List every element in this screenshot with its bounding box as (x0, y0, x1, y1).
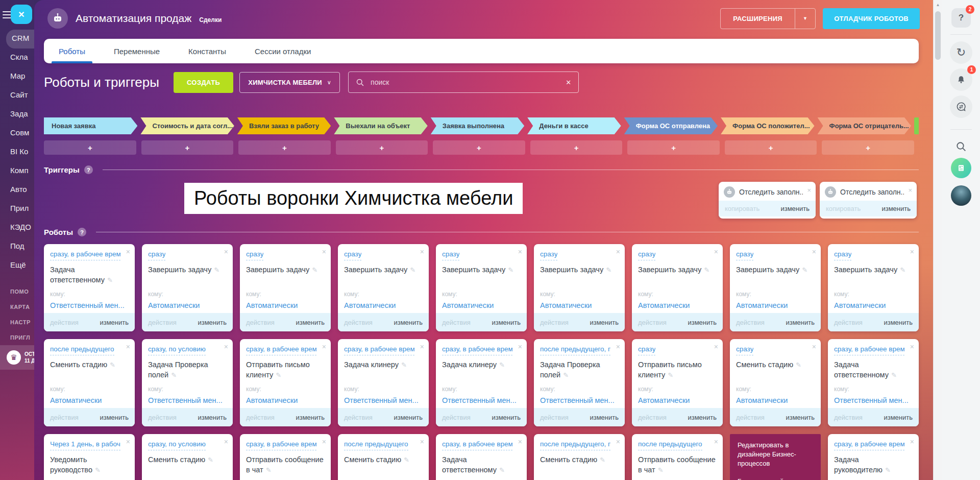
notifications-button[interactable]: 1 (950, 68, 972, 91)
sidebar-footer-item[interactable]: ПОМО (0, 284, 34, 299)
add-robot-button[interactable]: + (433, 140, 525, 155)
close-icon[interactable]: × (812, 343, 816, 351)
close-icon[interactable]: × (518, 343, 522, 351)
robot-schedule-link[interactable]: сразу, в рабочее время (834, 344, 904, 355)
robot-assignee-link[interactable]: Автоматически (148, 301, 227, 309)
subscription-badge[interactable]: ♛ ОСТ 11 Д (0, 345, 34, 370)
close-icon[interactable]: × (126, 438, 130, 446)
robot-assignee-link[interactable]: Ответственный мен... (50, 301, 129, 309)
user-avatar[interactable] (951, 185, 971, 206)
robot-schedule-link[interactable]: после предыдущего (344, 439, 408, 450)
robot-assignee-link[interactable]: Автоматически (246, 301, 325, 309)
robot-assignee-link[interactable]: Автоматически (736, 396, 815, 404)
close-icon[interactable]: × (518, 248, 522, 256)
robot-schedule-link[interactable]: сразу, в рабочее время (344, 344, 414, 355)
tab-robots[interactable]: Роботы (50, 39, 94, 63)
edit-pencil-icon[interactable]: ✎ (796, 361, 801, 369)
close-icon[interactable]: × (910, 248, 914, 256)
edit-pencil-icon[interactable]: ✎ (95, 466, 101, 474)
robot-edit-button[interactable]: изменить (590, 414, 619, 421)
robot-assignee-link[interactable]: Автоматически (638, 396, 717, 404)
funnel-stage[interactable]: Форма ОС отправлена (624, 117, 718, 134)
robot-assignee-link[interactable]: Автоматически (736, 301, 815, 309)
close-icon[interactable]: × (910, 343, 914, 351)
robot-schedule-link[interactable]: сразу (540, 249, 557, 260)
robot-edit-button[interactable]: изменить (198, 414, 227, 421)
help-button[interactable]: ? 2 (951, 8, 971, 28)
robot-assignee-link[interactable]: Автоматически (540, 301, 619, 309)
robot-actions-button[interactable]: действия (736, 414, 765, 421)
robot-edit-button[interactable]: изменить (590, 319, 619, 326)
funnel-stage[interactable]: Форма ОС положител... (721, 117, 814, 134)
robot-assignee-link[interactable]: Ответственный мен... (148, 396, 227, 404)
robot-schedule-link[interactable]: сразу, в рабочее врем... (834, 439, 904, 450)
edit-pencil-icon[interactable]: ✎ (276, 371, 281, 379)
trigger-copy-button[interactable]: копировать (725, 205, 760, 212)
robot-actions-button[interactable]: действия (344, 414, 373, 421)
robot-assignee-link[interactable]: Ответственный мен... (834, 396, 913, 404)
edit-pencil-icon[interactable]: ✎ (563, 371, 569, 379)
robot-actions-button[interactable]: действия (638, 319, 667, 326)
add-robot-button[interactable]: + (725, 140, 817, 155)
add-robot-button[interactable]: + (530, 140, 623, 155)
robot-edit-button[interactable]: изменить (786, 414, 815, 421)
sidebar-item[interactable]: CRM (6, 30, 34, 49)
robot-assignee-link[interactable]: Ответственный мен... (540, 396, 619, 404)
close-icon[interactable]: × (126, 248, 130, 256)
scroll-up-arrow[interactable]: ▲ (934, 0, 942, 9)
search-box[interactable]: ✕ (348, 71, 579, 93)
funnel-stage[interactable]: Деньги в кассе (527, 117, 621, 134)
robot-actions-button[interactable]: действия (540, 319, 569, 326)
robot-schedule-link[interactable]: после предыдущего, п... (540, 344, 610, 355)
sidebar-item[interactable]: Совм (0, 124, 34, 143)
help-question-icon[interactable]: ? (78, 228, 86, 236)
robot-edit-button[interactable]: изменить (688, 414, 717, 421)
robot-assignee-link[interactable]: Ответственный мен... (344, 396, 423, 404)
edit-pencil-icon[interactable]: ✎ (312, 266, 317, 274)
robot-edit-button[interactable]: изменить (198, 319, 227, 326)
edit-pencil-icon[interactable]: ✎ (401, 361, 407, 369)
add-robot-button[interactable]: + (336, 140, 428, 155)
edit-pencil-icon[interactable]: ✎ (606, 266, 611, 274)
trigger-copy-button[interactable]: копировать (826, 205, 861, 212)
robot-actions-button[interactable]: действия (50, 414, 79, 421)
robot-schedule-link[interactable]: сразу (736, 249, 753, 260)
robot-edit-button[interactable]: изменить (688, 319, 717, 326)
trigger-edit-button[interactable]: изменить (780, 205, 810, 212)
edit-pencil-icon[interactable]: ✎ (110, 361, 115, 369)
funnel-stage-clipped[interactable] (914, 117, 919, 134)
edit-pencil-icon[interactable]: ✎ (404, 456, 409, 464)
add-robot-button[interactable]: + (44, 140, 136, 155)
robot-schedule-link[interactable]: сразу, по условию (148, 344, 206, 355)
funnel-stage[interactable]: Заявка выполнена (431, 117, 524, 134)
robot-actions-button[interactable]: действия (246, 319, 275, 326)
trigger-edit-button[interactable]: изменить (881, 205, 911, 212)
messenger-button[interactable] (950, 95, 972, 118)
add-robot-button[interactable]: + (822, 140, 914, 155)
close-icon[interactable]: × (420, 248, 424, 256)
robot-schedule-link[interactable]: после предыдущего, п... (540, 439, 610, 450)
close-icon[interactable]: × (910, 438, 914, 446)
robot-assignee-link[interactable]: Автоматически (344, 301, 423, 309)
edit-pencil-icon[interactable]: ✎ (266, 466, 272, 474)
close-icon[interactable]: × (322, 248, 326, 256)
robot-actions-button[interactable]: действия (246, 414, 275, 421)
robot-schedule-link[interactable]: сразу (442, 249, 459, 260)
robot-assignee-link[interactable]: Автоматически (442, 301, 521, 309)
robot-assignee-link[interactable]: Автоматически (834, 301, 913, 309)
tab-debug-sessions[interactable]: Сессии отладки (246, 39, 320, 63)
sidebar-item[interactable]: Мар (0, 67, 34, 86)
close-icon[interactable]: × (714, 248, 718, 256)
close-icon[interactable]: × (616, 438, 620, 446)
clear-search-icon[interactable]: ✕ (566, 79, 571, 86)
news-feed-button[interactable] (951, 158, 971, 178)
robot-assignee-link[interactable]: Автоматически (246, 396, 325, 404)
robot-actions-button[interactable]: действия (834, 319, 863, 326)
global-search-button[interactable] (955, 140, 967, 153)
create-button[interactable]: СОЗДАТЬ (174, 72, 233, 93)
edit-pencil-icon[interactable]: ✎ (208, 456, 213, 464)
robot-edit-button[interactable]: изменить (296, 414, 325, 421)
robot-edit-button[interactable]: изменить (394, 319, 423, 326)
robot-assignee-link[interactable]: Ответственный мен... (442, 396, 521, 404)
funnel-stage[interactable]: Форма ОС отрицатель... (818, 117, 911, 134)
